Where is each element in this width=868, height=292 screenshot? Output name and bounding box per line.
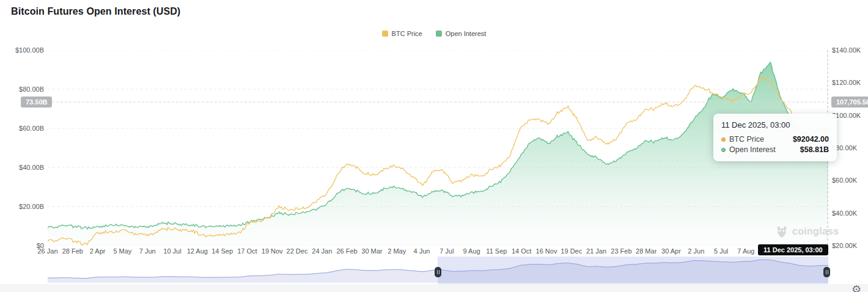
page-title: Bitcoin Futures Open Interest (USD): [11, 6, 180, 17]
x-axis-tick: 23 Feb: [611, 247, 631, 255]
x-axis-tick: 12 Aug: [187, 247, 208, 255]
x-axis-tick: 19 Nov: [262, 247, 283, 255]
series-dot-icon: [721, 148, 726, 152]
left-axis-tick: $40.00B: [19, 164, 44, 171]
left-axis-tick: $100.00B: [15, 46, 44, 54]
x-axis-tick: 10 Jul: [163, 247, 181, 255]
coinglass-logo-icon: [775, 225, 789, 238]
right-axis-tick: $20.00K: [832, 242, 857, 249]
x-axis-tick: 28 Mar: [636, 247, 657, 255]
chart-tooltip: 11 Dec 2025, 03:00 BTC Price$92042.00Ope…: [713, 114, 837, 161]
x-axis-tick: 5 Jul: [714, 247, 728, 255]
right-axis-tick: $60.00K: [832, 177, 857, 184]
x-axis-tick: 26 Jan: [37, 247, 57, 255]
right-axis-tick: $120.00K: [832, 79, 861, 86]
x-axis-tick: 9 Aug: [463, 247, 480, 255]
open-interest-area: [48, 62, 828, 246]
tooltip-date: 11 Dec 2025, 03:00: [721, 120, 829, 130]
x-axis-tick: 17 Oct: [237, 247, 257, 255]
tooltip-row-btc-price: BTC Price$92042.00: [721, 135, 829, 144]
x-axis-tick: 4 Jun: [414, 247, 430, 255]
settings-gear-icon[interactable]: ⚙: [851, 283, 861, 292]
x-axis-tick: 14 Oct: [512, 247, 531, 255]
chart-legend: BTC PriceOpen Interest: [0, 30, 868, 37]
x-axis-tick: 26 Feb: [336, 247, 357, 255]
x-axis-tick: 22 Dec: [287, 247, 308, 255]
right-axis-tick: $140.00K: [832, 46, 861, 54]
x-axis-tick: 16 Nov: [536, 247, 557, 255]
x-axis-tick: 2 Apr: [90, 247, 106, 255]
x-axis-crosshair-badge: 11 Dec 2025, 03:00: [758, 244, 828, 255]
right-axis-value-badge: 107,705.58: [831, 97, 868, 108]
left-axis-tick: $20.00B: [19, 203, 44, 210]
left-axis-value-badge: 73.50B: [21, 97, 52, 108]
main-plot-area[interactable]: [48, 50, 828, 246]
x-axis-tick: 30 Apr: [661, 247, 681, 255]
x-axis-tick: 7 Jun: [139, 247, 156, 255]
legend-swatch-icon: [382, 31, 388, 37]
main-chart-svg[interactable]: [48, 50, 828, 246]
left-axis-tick: $80.00B: [19, 86, 44, 93]
legend-item-open-interest[interactable]: Open Interest: [436, 30, 487, 37]
legend-item-btc-price[interactable]: BTC Price: [382, 30, 422, 37]
left-axis-tick: $60.00B: [19, 125, 44, 132]
coinglass-chart-page: { "header": { "title": "Bitcoin Futures …: [0, 0, 868, 292]
x-axis-tick: 5 May: [113, 247, 131, 255]
tooltip-row-open-interest: Open Interest$58.81B: [721, 145, 829, 154]
x-axis-tick: 7 Aug: [737, 247, 754, 255]
legend-swatch-icon: [436, 31, 442, 37]
x-axis-tick: 28 Feb: [62, 247, 83, 255]
x-axis-tick: 19 Dec: [561, 247, 582, 255]
navigator-left-handle[interactable]: [435, 267, 441, 277]
right-axis-tick: $40.00K: [832, 210, 857, 217]
series-dot-icon: [721, 137, 726, 142]
x-axis-tick: 7 Jul: [440, 247, 454, 255]
x-axis-tick: 2 May: [388, 247, 406, 255]
x-axis-tick: 11 Sep: [486, 247, 507, 255]
coinglass-watermark: coinglass: [775, 225, 839, 238]
x-axis-tick: 30 Mar: [361, 247, 382, 255]
watermark-text: coinglass: [792, 226, 839, 237]
x-axis-tick: 2 Jun: [688, 247, 704, 255]
navigator-right-handle[interactable]: [823, 267, 830, 277]
x-axis-tick: 14 Sep: [211, 247, 233, 255]
x-axis-tick: 24 Jan: [312, 247, 332, 255]
x-axis-tick: 21 Jan: [586, 247, 606, 255]
bottom-strip: [0, 284, 868, 292]
